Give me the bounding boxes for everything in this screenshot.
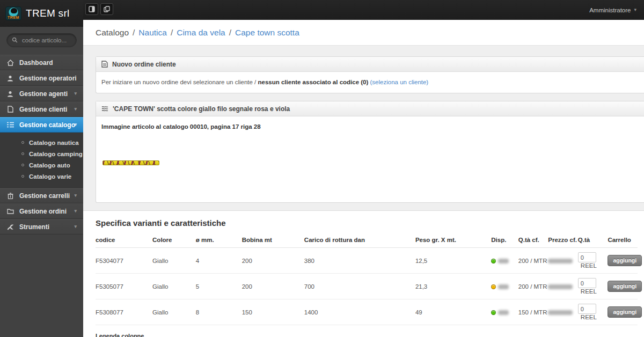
sidebar-item-label: Gestione clienti bbox=[19, 106, 67, 113]
chevron-down-icon: ▾ bbox=[74, 224, 77, 229]
chevron-down-icon: ▾ bbox=[74, 209, 77, 214]
product-image bbox=[103, 160, 159, 165]
breadcrumb-link-cima-da-vela[interactable]: Cima da vela bbox=[177, 28, 225, 38]
hidden-stock-value bbox=[498, 310, 509, 315]
cell-qta: REEL bbox=[578, 274, 608, 299]
cell-prezzo-cf bbox=[548, 248, 578, 274]
user-icon bbox=[6, 91, 14, 97]
breadcrumb-separator: / bbox=[133, 28, 135, 38]
sidebar-item-catalogo-camping[interactable]: Catalogo camping bbox=[0, 148, 83, 159]
cell-colore: Giallo bbox=[152, 274, 196, 299]
top-bar: Amministratore ▾ bbox=[0, 0, 644, 20]
sidebar-item-gestione-catalogo[interactable]: Gestione catalogo ▾ bbox=[0, 117, 83, 133]
sidebar: TREM TREM srl Dashboard Gestione operato… bbox=[0, 0, 83, 337]
new-order-panel-body: Per iniziare un nuovo ordine devi selezi… bbox=[96, 72, 644, 93]
cell-carrello: aggiungi bbox=[608, 274, 638, 299]
sidebar-item-gestione-carrelli[interactable]: Gestione carrelli ▾ bbox=[0, 188, 83, 203]
table-row: F5305077 Giallo 5 200 700 21,3 200 / MTR… bbox=[96, 274, 638, 299]
add-to-cart-button[interactable]: aggiungi bbox=[608, 281, 642, 292]
cell-peso: 21,3 bbox=[415, 274, 491, 299]
cell-disp bbox=[491, 274, 518, 299]
sub-item-label: Catalogo varie bbox=[29, 173, 71, 180]
cell-qta-cf: 200 / MTR bbox=[518, 248, 548, 274]
brand-logo-text: TREM bbox=[6, 16, 21, 19]
user-menu-label: Amministratore bbox=[589, 7, 631, 13]
bullet-icon bbox=[21, 164, 24, 166]
breadcrumb: Catalogo / Nautica / Cima da vela / Cape… bbox=[83, 20, 644, 46]
stock-indicator bbox=[491, 310, 496, 315]
add-to-cart-button[interactable]: aggiungi bbox=[608, 255, 642, 266]
cell-bobina: 200 bbox=[242, 248, 304, 274]
sub-item-label: Catalogo nautica bbox=[29, 140, 79, 146]
cell-diametro: 8 bbox=[196, 299, 242, 325]
hidden-price-value bbox=[548, 310, 573, 315]
sidebar-item-gestione-agenti[interactable]: Gestione agenti ▾ bbox=[0, 86, 83, 101]
select-client-link[interactable]: (seleziona un cliente) bbox=[370, 79, 429, 85]
cell-codice: F5305077 bbox=[96, 274, 152, 299]
sidebar-item-catalogo-auto[interactable]: Catalogo auto bbox=[0, 159, 83, 171]
add-to-cart-button[interactable]: aggiungi bbox=[608, 306, 642, 318]
quantity-input[interactable] bbox=[578, 278, 596, 288]
sidebar-toggle-button[interactable] bbox=[85, 3, 98, 15]
chevron-down-icon: ▾ bbox=[74, 122, 77, 127]
brand-title: TREM srl bbox=[26, 8, 70, 19]
stock-indicator bbox=[491, 284, 496, 289]
cell-carrello: aggiungi bbox=[608, 299, 638, 325]
col-prezzo-cf: Prezzo cf. bbox=[548, 233, 578, 248]
sidebar-item-catalogo-varie[interactable]: Catalogo varie bbox=[0, 171, 83, 182]
cell-carico: 1400 bbox=[304, 299, 415, 325]
sidebar-item-catalogo-nautica[interactable]: Catalogo nautica bbox=[0, 137, 83, 148]
cell-bobina: 150 bbox=[242, 299, 304, 325]
new-order-panel-header: Nuovo ordine cliente bbox=[96, 57, 644, 72]
sidebar-item-label: Strumenti bbox=[19, 223, 49, 231]
table-row: F5308077 Giallo 8 150 1400 49 150 / MTR … bbox=[96, 299, 638, 325]
quantity-input[interactable] bbox=[578, 304, 596, 314]
folder-icon bbox=[6, 208, 14, 214]
user-menu[interactable]: Amministratore ▾ bbox=[589, 0, 636, 20]
sidebar-item-gestione-clienti[interactable]: Gestione clienti ▾ bbox=[0, 101, 83, 117]
copy-page-button[interactable] bbox=[100, 3, 113, 15]
breadcrumb-link-cape-town-scotta[interactable]: Cape town scotta bbox=[235, 28, 299, 38]
sidebar-item-dashboard[interactable]: Dashboard bbox=[0, 55, 83, 70]
cell-bobina: 200 bbox=[242, 274, 304, 299]
cell-qta: REEL bbox=[578, 299, 608, 325]
variants-table: codice Colore ø mm. Bobina mt Carico di … bbox=[96, 233, 638, 325]
sidebar-item-label: Gestione carrelli bbox=[19, 192, 70, 200]
sidebar-item-label: Gestione agenti bbox=[19, 90, 68, 98]
stock-indicator bbox=[491, 259, 496, 263]
hidden-stock-value bbox=[498, 284, 509, 289]
quantity-input[interactable] bbox=[578, 252, 596, 262]
product-panel-header: 'CAPE TOWN' scotta colore giallo filo se… bbox=[96, 101, 644, 116]
user-icon bbox=[6, 75, 14, 82]
quantity-unit: REEL bbox=[581, 314, 597, 320]
cell-disp bbox=[491, 248, 518, 274]
sub-item-label: Catalogo camping bbox=[29, 151, 83, 157]
breadcrumb-separator: / bbox=[229, 28, 231, 38]
cell-diametro: 4 bbox=[196, 248, 242, 274]
sidebar-item-strumenti[interactable]: Strumenti ▾ bbox=[0, 219, 83, 235]
variants-title: Specifica varianti e caratteristiche bbox=[96, 218, 638, 228]
cell-peso: 12,5 bbox=[415, 248, 491, 274]
column-legend: Legenda colonne Disp: Quantità disponibi… bbox=[96, 332, 638, 337]
variants-section: Specifica varianti e caratteristiche cod… bbox=[83, 210, 644, 337]
sidebar-item-gestione-operatori[interactable]: Gestione operatori bbox=[0, 70, 83, 86]
sidebar-item-gestione-ordini[interactable]: Gestione ordini ▾ bbox=[0, 203, 83, 219]
cell-disp bbox=[491, 299, 518, 325]
list-icon bbox=[6, 122, 14, 128]
brand[interactable]: TREM TREM srl bbox=[0, 0, 83, 27]
cell-qta: REEL bbox=[578, 248, 608, 274]
cell-colore: Giallo bbox=[152, 299, 196, 325]
search-icon bbox=[12, 37, 18, 43]
cell-qta-cf: 200 / MTR bbox=[518, 274, 548, 299]
col-carrello: Carrello bbox=[608, 233, 638, 248]
sidebar-item-label: Gestione catalogo bbox=[19, 121, 75, 129]
sub-item-label: Catalogo auto bbox=[29, 162, 70, 169]
table-header-row: codice Colore ø mm. Bobina mt Carico di … bbox=[96, 233, 638, 248]
bullet-icon bbox=[21, 152, 24, 155]
sidebar-item-label: Gestione ordini bbox=[19, 208, 67, 215]
table-row: F5304077 Giallo 4 200 380 12,5 200 / MTR… bbox=[96, 248, 638, 274]
col-colore: Colore bbox=[152, 233, 196, 248]
cell-codice: F5304077 bbox=[96, 248, 152, 274]
breadcrumb-link-nautica[interactable]: Nautica bbox=[138, 28, 167, 38]
wrench-icon bbox=[6, 224, 14, 230]
